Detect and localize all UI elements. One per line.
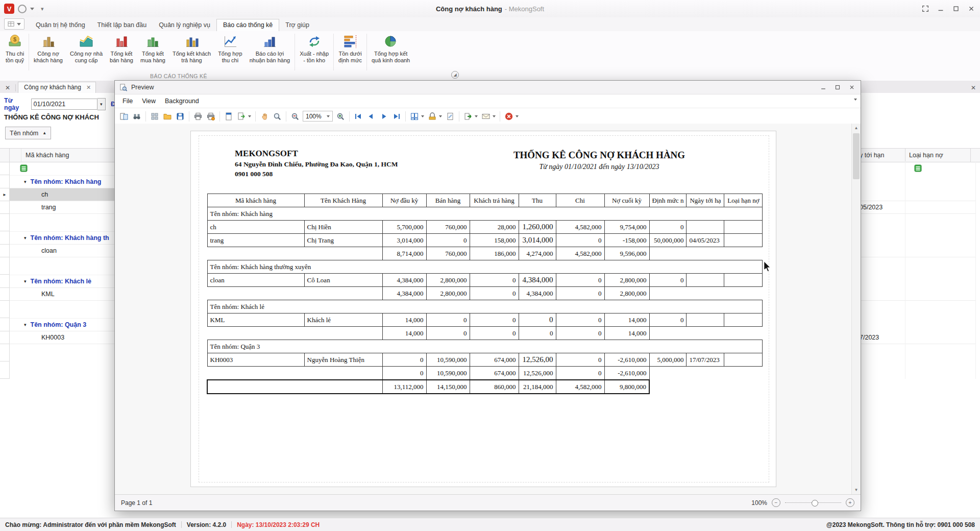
close-preview-icon[interactable] (503, 110, 515, 123)
ribbon-button-tong-ket-mua-hang[interactable]: Tổng kết mua hàng (137, 33, 169, 64)
search-icon[interactable] (131, 110, 143, 123)
ribbon-tab-quan-ly-nghiep-vu[interactable]: Quản lý nghiệp vụ (153, 19, 216, 31)
mail-icon[interactable] (480, 110, 492, 123)
tree-filter-row[interactable] (0, 161, 115, 175)
preview-maximize-button[interactable] (830, 82, 845, 92)
first-page-icon[interactable] (352, 110, 364, 123)
multi-page-button[interactable] (408, 110, 426, 123)
print-direct-icon[interactable] (205, 110, 217, 123)
ribbon-button-tong-hop-ket-qua-kinh-doanh[interactable]: Tổng hợp kết quả kinh doanh (368, 33, 413, 64)
filter-icon[interactable] (20, 164, 28, 172)
save-icon[interactable] (174, 110, 186, 123)
zoom-slider[interactable] (785, 502, 841, 503)
close-button[interactable] (964, 1, 979, 16)
zoom-level-combo[interactable]: 100% (303, 111, 333, 122)
preview-title-bar[interactable]: Preview (115, 81, 861, 94)
tree-row-ch[interactable]: ch (0, 188, 115, 201)
preview-vertical-scrollbar[interactable]: ▲ ▼ (851, 124, 861, 494)
right-grid-row[interactable] (860, 288, 980, 301)
column-header-ngay-toi-han[interactable]: y tới hạn (860, 149, 905, 162)
zoom-out-button[interactable]: − (772, 498, 780, 507)
tab-close-icon[interactable]: ✕ (86, 84, 91, 91)
collapse-icon[interactable]: ▾ (24, 235, 27, 240)
page-scale-button[interactable] (235, 110, 253, 123)
tab-list-close-icon[interactable]: ✕ (0, 83, 15, 93)
ribbon-button-tong-ket-ban-hang[interactable]: Tổng kết bán hàng (106, 33, 137, 64)
preview-minimize-button[interactable] (816, 82, 830, 92)
ribbon-button-cong-no-khach-hang[interactable]: Công nợ khách hàng (30, 33, 66, 64)
workspace-close-icon[interactable]: ✕ (971, 84, 976, 91)
tree-row-cloan[interactable]: cloan (0, 245, 115, 257)
zoom-in-icon[interactable] (334, 110, 347, 123)
prev-page-icon[interactable] (365, 110, 377, 123)
quick-access-icon[interactable] (18, 5, 27, 13)
multi-page-icon[interactable] (408, 110, 421, 123)
close-preview-button[interactable] (503, 110, 520, 123)
minimize-button[interactable] (933, 1, 948, 16)
mail-button[interactable] (480, 110, 497, 123)
right-grid-row[interactable] (860, 188, 980, 201)
filter-icon[interactable] (914, 164, 922, 172)
page-color-icon[interactable] (426, 110, 438, 123)
tree-row-trang[interactable]: trang (0, 201, 115, 214)
scroll-down-icon[interactable]: ▼ (852, 486, 861, 494)
export-icon[interactable] (462, 110, 474, 123)
date-dropdown-icon[interactable]: ▾ (97, 98, 106, 110)
tree-group-ten-nhom-khach-hang[interactable]: ▾Tên nhóm: Khách hàng (0, 175, 115, 188)
chevron-down-icon[interactable] (854, 99, 857, 101)
ribbon-button-tong-ket-khach-tra-hang[interactable]: Tổng kết khách trả hàng (169, 33, 214, 64)
from-date-input[interactable] (31, 99, 97, 110)
fullscreen-button[interactable] (918, 1, 933, 16)
maximize-button[interactable] (948, 1, 964, 16)
column-header-ma-khach-hang[interactable]: Mã khách hàng (21, 149, 115, 162)
magnifier-icon[interactable] (271, 110, 283, 123)
quick-access-customize-icon[interactable]: ▾ (41, 6, 44, 12)
next-page-icon[interactable] (378, 110, 390, 123)
tree-group-ten-nhom-khach-hang-th[interactable]: ▾Tên nhóm: Khách hàng th (0, 231, 115, 245)
menu-file[interactable]: File (118, 95, 137, 107)
right-grid-row[interactable]: 7/2023 (860, 331, 980, 344)
tree-group-ten-nhom-khach-le[interactable]: ▾Tên nhóm: Khách lẻ (0, 275, 115, 288)
page-color-button[interactable] (426, 110, 444, 123)
hand-tool-icon[interactable] (258, 110, 271, 123)
print-icon[interactable] (192, 110, 204, 123)
thumbnails-icon[interactable] (149, 110, 161, 123)
tree-row-kml[interactable]: KML (0, 288, 115, 301)
ribbon-tab-thiet-lap-ban-dau[interactable]: Thiết lập ban đầu (91, 19, 153, 31)
scrollbar-thumb[interactable] (853, 133, 860, 179)
ribbon-button-ton-duoi-dinh-muc[interactable]: Tồn dưới định mức (335, 33, 365, 64)
tree-group-ten-nhom-quan-3[interactable]: ▾Tên nhóm: Quận 3 (0, 318, 115, 331)
collapse-icon[interactable]: ▾ (24, 279, 27, 284)
group-by-chip[interactable]: Tên nhóm ▲ (5, 127, 51, 139)
open-folder-icon[interactable] (161, 110, 174, 123)
watermark-icon[interactable] (444, 110, 456, 123)
document-map-icon[interactable] (118, 110, 130, 123)
zoom-in-button[interactable]: + (846, 498, 854, 507)
document-tab-cong-no-khach-hang[interactable]: Công nợ khách hàng ✕ (18, 82, 96, 93)
last-page-icon[interactable] (390, 110, 403, 123)
export-button[interactable] (462, 110, 479, 123)
application-menu-button[interactable] (4, 18, 24, 30)
collapse-icon[interactable]: ▾ (24, 322, 27, 327)
ribbon-tab-bao-cao-thong-ke[interactable]: Báo cáo thống kê (216, 19, 279, 31)
right-grid-row[interactable] (860, 245, 980, 257)
menu-background[interactable]: Background (160, 95, 204, 107)
page-setup-icon[interactable] (223, 110, 235, 123)
scroll-up-icon[interactable]: ▲ (852, 124, 861, 132)
right-grid-row[interactable]: 05/2023 (860, 201, 980, 214)
ribbon-button-cong-no-nha-cung-cap[interactable]: Công nợ nhà cung cấp (66, 33, 106, 64)
menu-view[interactable]: View (137, 95, 160, 107)
preview-close-button[interactable] (845, 82, 859, 92)
collapse-icon[interactable]: ▾ (24, 179, 27, 184)
ribbon-button-tong-hop-thu-chi[interactable]: Tổng hợp thu chi (214, 33, 246, 64)
ribbon-tab-tro-giup[interactable]: Trợ giúp (279, 19, 315, 31)
column-header-loai-han-no[interactable]: Loại hạn nợ (905, 149, 971, 162)
ribbon-button-thu-chi-ton-quy[interactable]: $Thu chi tồn quỹ (2, 33, 28, 64)
group-dialog-launcher[interactable]: ◢ (451, 71, 459, 79)
page-scale-icon[interactable] (235, 110, 248, 123)
chevron-down-icon[interactable] (30, 8, 34, 10)
ribbon-button-xuat-nhap-ton-kho[interactable]: Xuất - nhập - tồn kho (296, 33, 332, 64)
ribbon-tab-quan-tri-he-thong[interactable]: Quản trị hệ thống (30, 19, 91, 31)
tree-row-kh0003[interactable]: KH0003 (0, 331, 115, 344)
ribbon-button-bao-cao-loi-nhuan-ban-hang[interactable]: Báo cáo lợi nhuận bán hàng (246, 33, 294, 64)
